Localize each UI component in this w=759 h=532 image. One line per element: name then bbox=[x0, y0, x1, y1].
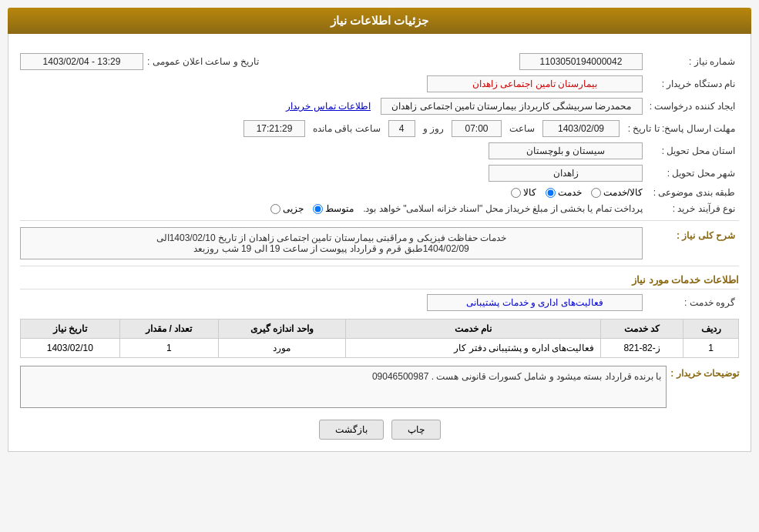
service-group-label: گروه خدمت : bbox=[646, 297, 739, 308]
category-kala[interactable]: کالا bbox=[511, 187, 536, 198]
purchase-jozi[interactable]: جزیی bbox=[270, 203, 304, 214]
creator-value: محمدرضا سربیشگی کاربرداز بیمارستان تامین… bbox=[381, 98, 643, 115]
purchase-note-item: پرداخت تمام یا بخشی از مبلغ خریداز محل "… bbox=[363, 203, 643, 214]
deadline-remaining-value: 17:21:29 bbox=[243, 120, 305, 137]
col-date: تاریخ نیاز bbox=[21, 320, 120, 339]
services-table-container: ردیف کد خدمت نام خدمت واحد اندازه گیری ت… bbox=[20, 319, 739, 358]
purchase-motavaset[interactable]: متوسط bbox=[313, 203, 354, 214]
buyer-notes-label: توضیحات خریدار : bbox=[670, 366, 739, 379]
city-value: زاهدان bbox=[489, 165, 643, 182]
deadline-days-value: 4 bbox=[388, 120, 415, 137]
col-row: ردیف bbox=[683, 320, 739, 339]
purchase-motavaset-label: متوسط bbox=[325, 203, 354, 214]
deadline-remaining-label: ساعت باقی مانده bbox=[313, 123, 381, 134]
service-group-value: فعالیت‌های اداری و خدمات پشتیبانی bbox=[427, 294, 643, 311]
category-khedmat[interactable]: خدمت bbox=[546, 187, 582, 198]
province-label: استان محل تحویل : bbox=[646, 146, 739, 156]
description-label: شرح کلی نیاز : bbox=[646, 227, 739, 241]
service-info-title: اطلاعات خدمات مورد نیاز bbox=[20, 274, 739, 289]
description-text2: 1404/02/09طبق قرم و قرارداد پیوست از ساع… bbox=[25, 243, 637, 254]
print-button[interactable]: چاپ bbox=[391, 420, 441, 440]
description-text1: خدمات حفاظت فیزیکی و مراقبتی بیمارستان ت… bbox=[25, 233, 637, 243]
col-unit: واحد اندازه گیری bbox=[219, 320, 346, 339]
services-table: ردیف کد خدمت نام خدمت واحد اندازه گیری ت… bbox=[20, 319, 739, 358]
back-button[interactable]: بازگشت bbox=[319, 420, 384, 440]
table-row: 1ز-82-821فعالیت‌های اداره و پشتیبانی دفت… bbox=[21, 339, 739, 358]
page-title: جزئیات اطلاعات نیاز bbox=[331, 14, 428, 27]
need-number-value: 1103050194000042 bbox=[519, 53, 643, 70]
purchase-note-text: پرداخت تمام یا بخشی از مبلغ خریداز محل "… bbox=[363, 203, 643, 214]
deadline-days-label: روز و bbox=[423, 123, 444, 134]
buyer-name-label: نام دستگاه خریدار : bbox=[646, 79, 739, 89]
deadline-time-value: 07:00 bbox=[452, 120, 502, 137]
creator-label: ایجاد کننده درخواست : bbox=[646, 101, 739, 112]
button-row: چاپ بازگشت bbox=[20, 420, 739, 440]
category-kala-khedmat-label: کالا/خدمت bbox=[603, 187, 643, 198]
header-bar: جزئیات اطلاعات نیاز bbox=[8, 8, 751, 34]
purchase-type-label: نوع فرآیند خرید : bbox=[646, 203, 739, 214]
purchase-jozi-label: جزیی bbox=[283, 203, 304, 214]
announce-label: تاریخ و ساعت اعلان عمومی : bbox=[147, 56, 263, 67]
category-label: طبقه بندی موضوعی : bbox=[646, 187, 739, 198]
category-kala-khedmat[interactable]: کالا/خدمت bbox=[591, 187, 643, 198]
deadline-time-label: ساعت bbox=[509, 123, 535, 134]
category-khedmat-label: خدمت bbox=[558, 187, 582, 198]
col-service-name: نام خدمت bbox=[345, 320, 600, 339]
col-service-code: کد خدمت bbox=[600, 320, 683, 339]
category-kala-label: کالا bbox=[523, 187, 536, 198]
buyer-notes-box: با برنده قرارداد بسته میشود و شامل کسورا… bbox=[20, 366, 667, 408]
deadline-date-value: 1403/02/09 bbox=[542, 120, 620, 137]
need-number-label: شماره نیاز : bbox=[646, 56, 739, 67]
deadline-label: مهلت ارسال پاسخ: تا تاریخ : bbox=[623, 123, 739, 134]
col-quantity: تعداد / مقدار bbox=[119, 320, 218, 339]
buyer-name-value: بیمارستان تامین اجتماعی زاهدان bbox=[427, 75, 643, 92]
contact-link[interactable]: اطلاعات تماس خریدار bbox=[286, 101, 371, 112]
announce-value: 1403/02/04 - 13:29 bbox=[20, 53, 143, 70]
city-label: شهر محل تحویل : bbox=[646, 168, 739, 179]
province-value: سیستان و بلوچستان bbox=[489, 142, 643, 159]
